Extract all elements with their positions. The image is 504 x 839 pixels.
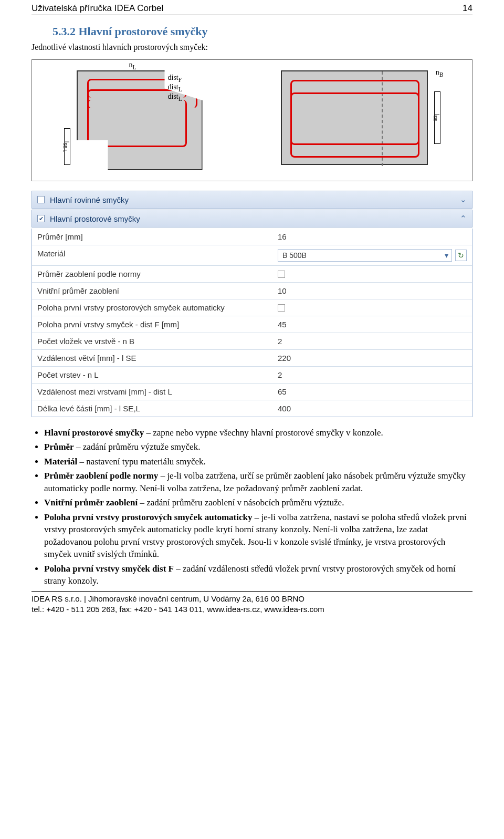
bullet-item: Průměr zaoblení podle normy – je-li volb… [44, 470, 472, 494]
prop-row-vzdalenost-vetvi: Vzdálenost větví [mm] - l SE 220 [32, 349, 472, 366]
prop-label: Počet vrstev - n L [32, 367, 272, 383]
prop-value[interactable]: 2 [272, 333, 472, 349]
footer-line1: IDEA RS s.r.o. | Jihomoravské inovační c… [32, 594, 472, 604]
bullet-item: Poloha první vrstvy smyček dist F – zadá… [44, 563, 472, 587]
page-footer: IDEA RS s.r.o. | Jihomoravské inovační c… [32, 591, 472, 614]
chevron-down-icon: ⌄ [460, 195, 467, 204]
label-distF: distF [168, 74, 182, 84]
checkbox-poloha-auto[interactable] [278, 304, 285, 312]
section-title: 5.3.2 Hlavní prostorové smyčky [52, 25, 472, 38]
diagram-figure: lSE,L nL distF distL distL lSE nB [32, 59, 472, 181]
panel-planar-header[interactable]: Hlavní rovinné smyčky ⌄ [32, 191, 472, 209]
panel-planar-label: Hlavní rovinné smyčky [50, 195, 129, 204]
panel-group: Hlavní rovinné smyčky ⌄ ✔ Hlavní prostor… [32, 191, 472, 417]
prop-label: Délka levé části [mm] - l SE,L [32, 400, 272, 417]
checkbox-planar[interactable] [37, 196, 45, 203]
diagram-right: lSE nB [281, 70, 428, 170]
prop-row-vzdalenost-vrstvami: Vzdálenost mezi vrstvami [mm] - dist L 6… [32, 383, 472, 400]
prop-row-pocet-vrstev: Počet vrstev - n L 2 [32, 366, 472, 383]
prop-row-distF: Poloha první vrstvy smyček - dist F [mm]… [32, 316, 472, 333]
checkbox-zaobleni-norma[interactable] [278, 271, 285, 278]
prop-row-poloha-auto: Poloha první vrstvy prostorových smyček … [32, 299, 472, 316]
diagram-left: lSE,L nL distF distL distL [77, 70, 203, 170]
prop-value[interactable]: 400 [272, 400, 472, 417]
page-header: Uživatelská příručka IDEA Corbel 14 [32, 0, 472, 15]
prop-row-vnitrni-prumer: Vnitřní průměr zaoblení 10 [32, 282, 472, 299]
bullet-item: Hlavní prostorové smyčky – zapne nebo vy… [44, 427, 472, 439]
refresh-icon[interactable]: ↻ [455, 250, 467, 261]
panel-spatial-header[interactable]: ✔ Hlavní prostorové smyčky ⌃ [32, 210, 472, 227]
prop-row-delka-leve: Délka levé části [mm] - l SE,L 400 [32, 400, 472, 417]
label-nB: nB [436, 68, 444, 78]
bullet-item: Průměr – zadání průměru výztuže smyček. [44, 441, 472, 453]
prop-label: Průměr [mm] [32, 229, 272, 245]
prop-row-material: Materiál B 500B ↻ [32, 245, 472, 265]
bullet-item: Vnitřní průměr zaoblení – zadání průměru… [44, 496, 472, 509]
prop-label: Poloha první vrstvy smyček - dist F [mm] [32, 316, 272, 333]
section-intro: Jednotlivé vlastnosti hlavních prostorov… [32, 43, 472, 52]
prop-label: Poloha první vrstvy prostorových smyček … [32, 299, 272, 316]
prop-value[interactable]: 65 [272, 384, 472, 400]
corbel-shape-left [77, 70, 203, 170]
header-title: Uživatelská příručka IDEA Corbel [32, 3, 163, 14]
bullet-list: Hlavní prostorové smyčky – zapne nebo vy… [44, 427, 472, 587]
label-distL: distL [168, 83, 182, 93]
corbel-shape-right [281, 70, 428, 165]
checkbox-spatial[interactable]: ✔ [37, 215, 45, 222]
prop-label: Počet vložek ve vrstvě - n B [32, 333, 272, 349]
prop-label: Průměr zaoblení podle normy [32, 266, 272, 282]
loop-line [87, 100, 187, 147]
prop-label: Materiál [32, 245, 272, 265]
prop-value[interactable]: 220 [272, 350, 472, 366]
prop-value[interactable]: 10 [272, 283, 472, 299]
loop-line [290, 92, 419, 145]
prop-label: Vnitřní průměr zaoblení [32, 283, 272, 299]
prop-label: Vzdálenost větví [mm] - l SE [32, 350, 272, 366]
dimension-bar-lse: lSE [434, 91, 440, 144]
label-nL: nL [129, 61, 136, 71]
header-page-number: 14 [463, 3, 472, 14]
label-distL: distL [168, 92, 182, 102]
prop-row-prumer: Průměr [mm] 16 [32, 229, 472, 245]
prop-value[interactable]: 2 [272, 367, 472, 383]
chevron-up-icon: ⌃ [460, 214, 467, 223]
material-select[interactable]: B 500B [278, 249, 452, 262]
footer-line2: tel.: +420 - 511 205 263, fax: +420 - 54… [32, 604, 472, 615]
bullet-item: Materiál – nastavení typu materiálu smyč… [44, 455, 472, 468]
bullet-item: Poloha první vrstvy prostorových smyček … [44, 511, 472, 561]
prop-label: Vzdálenost mezi vrstvami [mm] - dist L [32, 384, 272, 400]
prop-value[interactable]: 16 [272, 229, 472, 245]
panel-spatial-label: Hlavní prostorové smyčky [50, 214, 140, 223]
prop-row-zaobleni-norma: Průměr zaoblení podle normy [32, 265, 472, 282]
dimension-bar-lsel: lSE,L [64, 128, 70, 165]
prop-row-pocet-vlozek: Počet vložek ve vrstvě - n B 2 [32, 333, 472, 349]
prop-value[interactable]: 45 [272, 316, 472, 333]
property-table: Průměr [mm] 16 Materiál B 500B ↻ Průměr … [32, 229, 472, 417]
